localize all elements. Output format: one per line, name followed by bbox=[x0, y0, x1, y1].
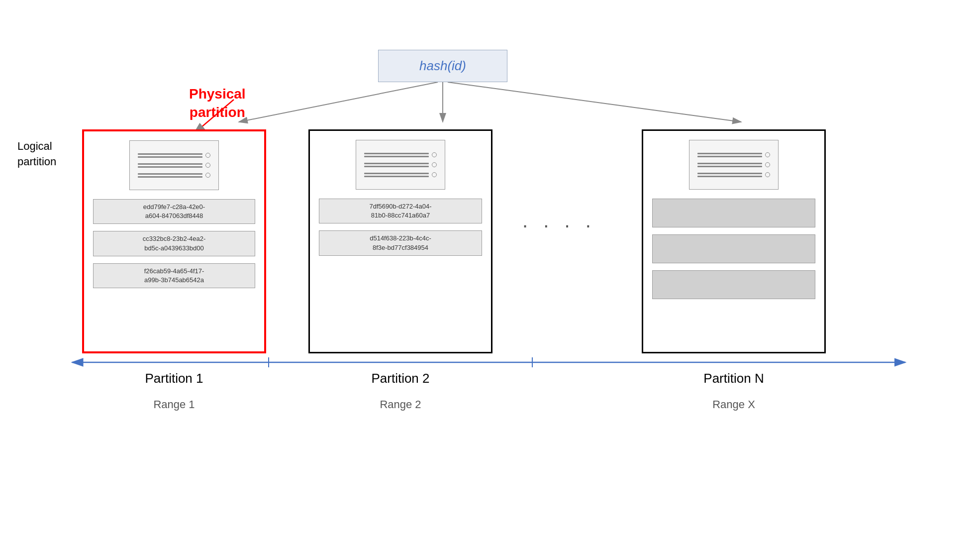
record-p1-1: edd79fe7-c28a-42e0- a604-847063df8448 bbox=[93, 199, 255, 224]
partition-2-box: 7df5690b-d272-4a04- 81b0-88cc741a60a7 d5… bbox=[308, 129, 492, 353]
hash-label: hash(id) bbox=[419, 58, 466, 74]
record-p2-2: d514f638-223b-4c4c- 8f3e-bd77cf384954 bbox=[319, 230, 482, 255]
record-p1-3: f26cab59-4a65-4f17- a99b-3b745ab6542a bbox=[93, 263, 255, 288]
physical-partition-label: Physical partition bbox=[189, 67, 246, 121]
svg-line-4 bbox=[239, 82, 438, 122]
record-pn-3 bbox=[652, 270, 815, 299]
server-icon-pn bbox=[689, 140, 779, 190]
diagram: hash(id) Physical partition Logical part… bbox=[0, 0, 980, 542]
server-icon-p2 bbox=[356, 140, 445, 190]
partition-n-box bbox=[642, 129, 826, 353]
record-pn-2 bbox=[652, 234, 815, 263]
partition-1-label: Partition 1 bbox=[82, 371, 266, 386]
partition-2-label: Partition 2 bbox=[308, 371, 492, 386]
record-p1-2: cc332bc8-23b2-4ea2- bd5c-a0439633bd00 bbox=[93, 231, 255, 256]
range-x-label: Range X bbox=[642, 398, 826, 411]
server-icon-p1 bbox=[129, 140, 219, 190]
dots-separator: · · · · bbox=[522, 214, 596, 236]
record-p2-1: 7df5690b-d272-4a04- 81b0-88cc741a60a7 bbox=[319, 199, 482, 223]
hash-box: hash(id) bbox=[378, 50, 507, 82]
partition-n-label: Partition N bbox=[642, 371, 826, 386]
range-2-label: Range 2 bbox=[308, 398, 492, 411]
partition-1-box: edd79fe7-c28a-42e0- a604-847063df8448 cc… bbox=[82, 129, 266, 353]
range-1-label: Range 1 bbox=[82, 398, 266, 411]
svg-line-6 bbox=[448, 82, 741, 122]
logical-partition-label: Logical partition bbox=[17, 123, 56, 169]
record-pn-1 bbox=[652, 199, 815, 227]
